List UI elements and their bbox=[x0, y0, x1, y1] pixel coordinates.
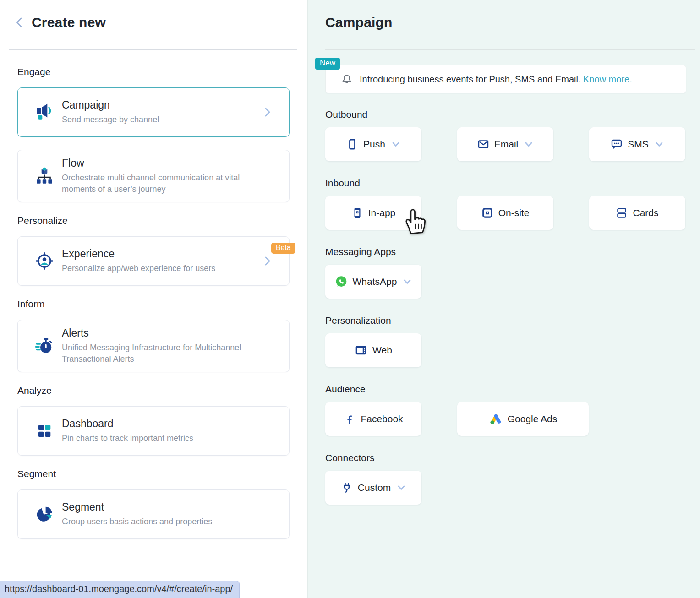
envelope-icon bbox=[477, 138, 489, 150]
create-card-campaign[interactable]: CampaignSend message by channel bbox=[17, 87, 290, 137]
channel-card-web[interactable]: Web bbox=[325, 333, 421, 367]
create-new-header: Create new bbox=[14, 0, 290, 30]
channel-label: On-site bbox=[498, 207, 530, 218]
announcement-banner: New Introducing business events for Push… bbox=[325, 65, 686, 93]
create-card-segment[interactable]: SegmentGroup users basis actions and pro… bbox=[17, 489, 290, 539]
chevron-down-icon bbox=[403, 277, 412, 286]
section-label-engage: Engage bbox=[17, 66, 290, 77]
inapp-phone-icon bbox=[351, 207, 363, 219]
web-window-icon bbox=[355, 344, 367, 357]
channel-label: Push bbox=[363, 139, 385, 150]
channel-card-in-app[interactable]: In-app bbox=[325, 196, 421, 230]
chat-bubble-icon bbox=[611, 138, 623, 150]
card-description: Personalize app/web experience for users bbox=[62, 263, 215, 274]
create-card-flow[interactable]: FlowOrchestrate multi channel communicat… bbox=[17, 150, 290, 202]
banner-text: Introducing business events for Push, SM… bbox=[360, 74, 632, 85]
card-description: Group users basis actions and properties bbox=[62, 516, 212, 527]
channel-label: Custom bbox=[358, 482, 391, 493]
right-divider bbox=[325, 49, 695, 50]
chevron-down-icon bbox=[391, 140, 400, 149]
card-texts: AlertsUnified Messaging Infrastructure f… bbox=[62, 327, 262, 365]
channel-card-google-ads[interactable]: Google Ads bbox=[457, 402, 589, 436]
channel-row: FacebookGoogle Ads bbox=[325, 402, 686, 436]
channel-label: Facebook bbox=[361, 413, 403, 424]
flow-icon bbox=[34, 167, 55, 186]
channel-card-cards[interactable]: Cards bbox=[589, 196, 685, 230]
channel-row: Custom bbox=[325, 471, 686, 505]
plug-icon bbox=[341, 482, 353, 494]
channel-row: WhatsApp bbox=[325, 265, 686, 299]
group-label-outbound: Outbound bbox=[325, 109, 686, 120]
create-card-experience[interactable]: ExperiencePersonalize app/web experience… bbox=[17, 236, 290, 286]
card-description: Send message by channel bbox=[62, 114, 159, 125]
beta-badge: Beta bbox=[271, 243, 295, 254]
channel-label: Web bbox=[372, 345, 392, 356]
status-url-tooltip: https://dashboard-01.moengage.com/v4/#/c… bbox=[0, 581, 240, 598]
channel-card-email[interactable]: Email bbox=[457, 127, 553, 161]
card-title: Dashboard bbox=[62, 418, 193, 430]
card-title: Campaign bbox=[62, 99, 159, 111]
channel-row: In-appOn-siteCards bbox=[325, 196, 686, 230]
create-new-panel: Create new EngageCampaignSend message by… bbox=[0, 0, 308, 598]
chevron-down-icon bbox=[655, 140, 664, 149]
phone-icon bbox=[346, 138, 358, 150]
chevron-down-icon bbox=[397, 483, 406, 492]
onsite-icon bbox=[481, 207, 493, 219]
bell-icon bbox=[341, 73, 353, 85]
group-label-audience: Audience bbox=[325, 384, 686, 395]
channel-card-facebook[interactable]: Facebook bbox=[325, 402, 421, 436]
group-label-messaging-apps: Messaging Apps bbox=[325, 246, 686, 257]
left-panel-sections: EngageCampaignSend message by channelFlo… bbox=[17, 66, 290, 539]
card-description: Unified Messaging Infrastructure for Mul… bbox=[62, 342, 262, 365]
channel-label: In-app bbox=[368, 207, 396, 218]
card-title: Segment bbox=[62, 501, 212, 513]
whatsapp-icon bbox=[335, 275, 348, 288]
channel-row: PushEmailSMS bbox=[325, 127, 686, 161]
group-label-inbound: Inbound bbox=[325, 178, 686, 189]
channel-label: Google Ads bbox=[508, 413, 558, 424]
page-title: Create new bbox=[32, 15, 106, 30]
group-label-personalization: Personalization bbox=[325, 315, 686, 326]
chevron-right-icon bbox=[262, 106, 273, 118]
chevron-down-icon bbox=[524, 140, 533, 149]
megaphone-icon bbox=[34, 103, 55, 122]
section-label-personalize: Personalize bbox=[17, 215, 290, 226]
channel-card-custom[interactable]: Custom bbox=[325, 471, 421, 505]
group-label-connectors: Connectors bbox=[325, 452, 686, 463]
channel-label: Cards bbox=[633, 207, 658, 218]
campaign-title: Campaign bbox=[325, 0, 686, 30]
grid-icon bbox=[34, 422, 55, 440]
back-chevron-icon[interactable] bbox=[14, 16, 26, 28]
channel-card-on-site[interactable]: On-site bbox=[457, 196, 553, 230]
target-user-icon bbox=[34, 251, 55, 271]
create-card-alerts[interactable]: AlertsUnified Messaging Infrastructure f… bbox=[17, 320, 290, 372]
create-card-dashboard[interactable]: DashboardPin charts to track important m… bbox=[17, 406, 290, 456]
card-texts: ExperiencePersonalize app/web experience… bbox=[62, 248, 215, 274]
card-texts: FlowOrchestrate multi channel communicat… bbox=[62, 157, 262, 195]
know-more-link[interactable]: Know more. bbox=[583, 74, 632, 84]
section-label-analyze: Analyze bbox=[17, 385, 290, 396]
facebook-icon bbox=[344, 413, 355, 425]
card-description: Orchestrate multi channel communication … bbox=[62, 172, 262, 195]
card-title: Flow bbox=[62, 157, 262, 169]
campaign-panel: Campaign New Introducing business events… bbox=[308, 0, 700, 598]
banner-message: Introducing business events for Push, SM… bbox=[360, 74, 583, 84]
channel-label: Email bbox=[494, 139, 519, 150]
channel-card-sms[interactable]: SMS bbox=[589, 127, 685, 161]
card-title: Experience bbox=[62, 248, 215, 260]
pie-chart-icon bbox=[34, 505, 55, 524]
card-texts: CampaignSend message by channel bbox=[62, 99, 159, 125]
section-label-segment: Segment bbox=[17, 468, 290, 479]
card-texts: DashboardPin charts to track important m… bbox=[62, 418, 193, 444]
card-texts: SegmentGroup users basis actions and pro… bbox=[62, 501, 212, 527]
channel-label: SMS bbox=[628, 139, 649, 150]
channel-card-push[interactable]: Push bbox=[325, 127, 421, 161]
channel-groups: OutboundPushEmailSMSInboundIn-appOn-site… bbox=[325, 109, 686, 505]
google-ads-icon bbox=[489, 413, 503, 425]
new-badge: New bbox=[315, 58, 340, 70]
card-description: Pin charts to track important metrics bbox=[62, 433, 193, 444]
stopwatch-icon bbox=[34, 337, 55, 356]
chevron-right-icon bbox=[262, 255, 273, 267]
channel-label: WhatsApp bbox=[353, 276, 397, 287]
channel-card-whatsapp[interactable]: WhatsApp bbox=[325, 265, 421, 299]
